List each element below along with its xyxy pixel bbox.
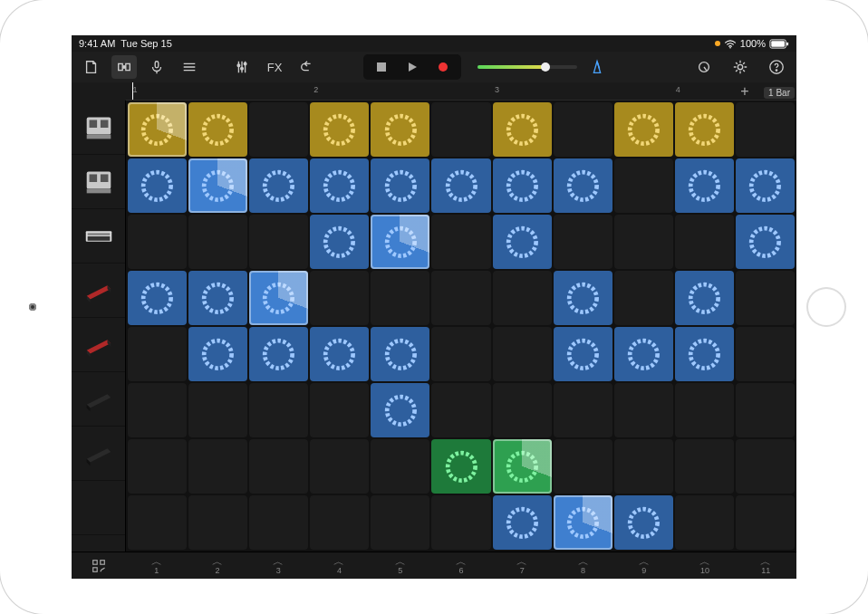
empty-cell[interactable] [249, 495, 308, 550]
loop-cell[interactable] [431, 439, 490, 494]
empty-cell[interactable] [614, 215, 673, 269]
empty-cell[interactable] [128, 439, 187, 494]
empty-cell[interactable] [128, 383, 187, 437]
loop-cell[interactable] [736, 158, 795, 213]
volume-track[interactable] [477, 65, 577, 69]
empty-cell[interactable] [128, 495, 187, 550]
empty-cell[interactable] [493, 271, 552, 325]
track-header-keyboard-4[interactable] [72, 427, 125, 481]
track-header-keyboard-3[interactable] [72, 372, 125, 427]
loop-cell[interactable] [128, 271, 187, 325]
column-trigger-2[interactable]: ︿2 [187, 557, 247, 575]
empty-cell[interactable] [675, 383, 734, 437]
play-button[interactable] [397, 57, 428, 77]
loop-cell[interactable] [614, 495, 673, 550]
browser-button[interactable] [111, 55, 137, 79]
loop-cell[interactable] [188, 327, 247, 381]
mixer-button[interactable] [229, 55, 255, 79]
empty-cell[interactable] [431, 495, 490, 550]
empty-cell[interactable] [371, 439, 429, 494]
column-trigger-10[interactable]: ︿10 [674, 557, 735, 575]
master-volume[interactable] [477, 65, 577, 69]
add-section-button[interactable]: + [733, 83, 757, 100]
track-header-drum-machine-1[interactable] [72, 101, 125, 155]
column-trigger-1[interactable]: ︿1 [126, 557, 187, 575]
loop-cell[interactable] [188, 271, 247, 325]
undo-button[interactable] [294, 55, 320, 79]
loop-cell[interactable] [675, 102, 734, 157]
empty-cell[interactable] [188, 383, 247, 437]
stop-button[interactable] [366, 57, 397, 77]
empty-cell[interactable] [249, 439, 308, 494]
loop-cell[interactable] [310, 327, 369, 381]
empty-cell[interactable] [249, 102, 308, 157]
loop-cell[interactable] [310, 158, 369, 213]
empty-cell[interactable] [675, 215, 734, 269]
column-trigger-8[interactable]: ︿8 [553, 557, 613, 575]
empty-cell[interactable] [675, 495, 734, 550]
loop-cell[interactable] [493, 215, 552, 269]
loop-cell[interactable] [128, 158, 187, 213]
empty-cell[interactable] [310, 495, 369, 550]
empty-cell[interactable] [736, 102, 795, 157]
column-trigger-4[interactable]: ︿4 [309, 557, 370, 575]
column-trigger-9[interactable]: ︿9 [613, 557, 674, 575]
loop-cell[interactable] [310, 102, 369, 157]
loop-cell[interactable] [371, 327, 429, 381]
empty-cell[interactable] [736, 495, 795, 550]
microphone-button[interactable] [144, 55, 169, 79]
empty-cell[interactable] [188, 215, 247, 269]
loop-cell[interactable] [554, 327, 612, 381]
empty-cell[interactable] [128, 215, 187, 269]
loop-cell[interactable] [554, 158, 612, 213]
loop-cell[interactable] [249, 327, 308, 381]
empty-cell[interactable] [493, 327, 552, 381]
my-songs-button[interactable] [79, 55, 104, 79]
empty-cell[interactable] [554, 215, 612, 269]
loop-cell[interactable] [675, 158, 734, 213]
loop-cell[interactable] [371, 383, 429, 437]
loop-length[interactable]: 1 Bar [764, 87, 795, 99]
empty-cell[interactable] [736, 271, 795, 325]
metronome-button[interactable] [584, 55, 610, 79]
help-button[interactable] [764, 55, 789, 79]
empty-cell[interactable] [371, 271, 429, 325]
grid-mode-button[interactable] [72, 558, 126, 574]
column-trigger-7[interactable]: ︿7 [492, 557, 553, 575]
empty-cell[interactable] [310, 383, 369, 437]
loop-cell[interactable] [371, 102, 429, 157]
loop-cell[interactable] [249, 271, 308, 325]
loop-cell[interactable] [675, 327, 734, 381]
loop-cell[interactable] [371, 215, 429, 269]
empty-cell[interactable] [431, 271, 490, 325]
loop-cell[interactable] [128, 102, 187, 157]
empty-cell[interactable] [614, 383, 673, 437]
loop-cell[interactable] [310, 215, 369, 269]
loop-cell[interactable] [493, 158, 552, 213]
settings-button[interactable] [728, 55, 753, 79]
empty-cell[interactable] [371, 495, 429, 550]
loop-cell[interactable] [371, 158, 429, 213]
loop-cell[interactable] [431, 158, 490, 213]
empty-cell[interactable] [431, 215, 490, 269]
loop-cell[interactable] [493, 102, 552, 157]
empty-cell[interactable] [614, 158, 673, 213]
empty-cell[interactable] [188, 439, 247, 494]
empty-cell[interactable] [554, 102, 612, 157]
loop-cell[interactable] [493, 439, 552, 494]
empty-cell[interactable] [736, 439, 795, 494]
empty-cell[interactable] [554, 383, 612, 437]
tracks-view-button[interactable] [177, 55, 202, 79]
track-header-drum-machine-2[interactable] [72, 155, 125, 209]
empty-cell[interactable] [675, 439, 734, 494]
track-header-keyboard-1[interactable] [72, 264, 125, 318]
empty-cell[interactable] [614, 271, 673, 325]
empty-cell[interactable] [493, 383, 552, 437]
loop-cell[interactable] [554, 271, 612, 325]
loop-cell[interactable] [614, 102, 673, 157]
loop-cell[interactable] [249, 158, 308, 213]
empty-cell[interactable] [614, 439, 673, 494]
empty-cell[interactable] [736, 383, 795, 437]
record-button[interactable] [428, 57, 458, 77]
track-header-keyboard-2[interactable] [72, 318, 125, 372]
